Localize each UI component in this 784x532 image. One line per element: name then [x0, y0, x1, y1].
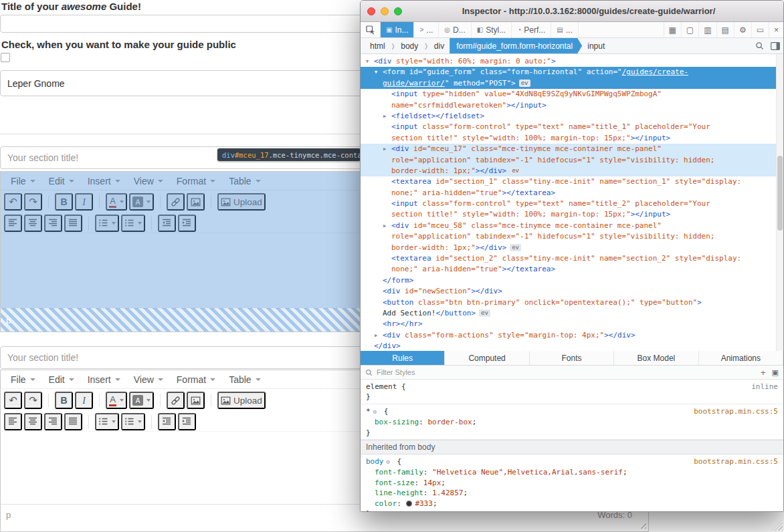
- markup-line[interactable]: ▶<div id="mceu_58" class="mce-tinymce mc…: [361, 221, 783, 231]
- rule-selector[interactable]: element: [366, 382, 397, 391]
- markup-line[interactable]: </div>: [361, 341, 783, 351]
- public-checkbox[interactable]: [1, 53, 10, 62]
- twisty-collapsed-icon[interactable]: ▶: [375, 330, 377, 341]
- minimize-window-button[interactable]: [381, 7, 389, 15]
- breadcrumb-item[interactable]: input: [582, 38, 610, 53]
- align-right-button[interactable]: [44, 413, 62, 430]
- menu-edit[interactable]: Edit: [42, 173, 81, 189]
- markup-line[interactable]: ▼<form id="guide_form" class="form-horiz…: [361, 67, 783, 78]
- forecolor-button[interactable]: A: [106, 193, 127, 211]
- breadcrumb-item[interactable]: body: [395, 38, 423, 53]
- tab-more-tools[interactable]: ▤...: [551, 22, 578, 37]
- settings-icon[interactable]: ⚙: [734, 22, 751, 37]
- image-button[interactable]: [187, 193, 205, 211]
- bullist-button[interactable]: [95, 413, 119, 430]
- markup-line[interactable]: <input type="hidden" value="4XdN8qE9SZq9…: [361, 89, 783, 100]
- tab-debugger[interactable]: ◎D...: [439, 22, 471, 37]
- menu-file[interactable]: File: [4, 173, 42, 189]
- numlist-button[interactable]: [121, 215, 145, 232]
- css-declaration[interactable]: box-sizing: border-box;: [366, 417, 778, 427]
- indent-button[interactable]: [178, 413, 196, 430]
- markup-line[interactable]: guide/warrior/" method="POST">ev: [361, 78, 783, 89]
- event-listener-badge[interactable]: ev: [479, 309, 490, 317]
- css-declaration[interactable]: font-family: "Helvetica Neue",Helvetica,…: [366, 467, 778, 477]
- tab-style-editor[interactable]: ◧Styl...: [472, 22, 512, 37]
- dock-icon[interactable]: ▭: [751, 22, 769, 37]
- tab-performance[interactable]: ◔Perf...: [512, 22, 551, 37]
- markup-line[interactable]: ▶<fieldset></fieldset>: [361, 111, 783, 122]
- align-justify-button[interactable]: [64, 413, 82, 430]
- rule-source-link[interactable]: bootstrap.min.css:5: [694, 406, 778, 416]
- bullist-button[interactable]: [95, 215, 119, 232]
- pick-element-button[interactable]: [361, 22, 381, 37]
- markup-line[interactable]: none;" aria-hidden="true"></textarea>: [361, 188, 783, 198]
- scrollbar[interactable]: [776, 54, 783, 351]
- sidebar-tab-fonts[interactable]: Fonts: [530, 351, 614, 365]
- element-path[interactable]: p: [6, 510, 11, 520]
- bold-button[interactable]: B: [55, 392, 73, 409]
- undo-button[interactable]: ↶: [4, 392, 22, 409]
- markup-line[interactable]: border-width: 1px;"></div>ev: [361, 166, 783, 176]
- numlist-button[interactable]: [121, 413, 145, 430]
- rule-source-link[interactable]: inline: [751, 382, 778, 392]
- markup-line[interactable]: <div id="newSection"></div>: [361, 286, 783, 297]
- sidebar-tab-box-model[interactable]: Box Model: [614, 351, 698, 365]
- menu-format[interactable]: Format: [170, 173, 222, 189]
- filter-styles-input[interactable]: Filter Styles: [377, 368, 415, 376]
- add-rule-icon[interactable]: +: [761, 368, 766, 378]
- align-left-button[interactable]: [4, 215, 22, 232]
- clipboard-icon[interactable]: ▤: [716, 22, 734, 37]
- backcolor-button[interactable]: A: [129, 392, 154, 409]
- close-icon[interactable]: ×: [769, 22, 783, 37]
- align-left-button[interactable]: [4, 413, 22, 430]
- markup-line[interactable]: ▶<div id="mceu_17" class="mce-tinymce mc…: [361, 144, 783, 154]
- filter-rule-icon[interactable]: ⚙: [387, 458, 390, 465]
- twisty-collapsed-icon[interactable]: ▶: [383, 144, 386, 154]
- redo-button[interactable]: ↷: [24, 193, 42, 211]
- italic-button[interactable]: I: [75, 392, 93, 409]
- italic-button[interactable]: I: [75, 193, 93, 211]
- menu-view[interactable]: View: [127, 372, 170, 388]
- menu-view[interactable]: View: [127, 173, 170, 189]
- markup-line[interactable]: role="application" tabindex="-1" hidefoc…: [361, 155, 783, 166]
- markup-line[interactable]: <hr></hr>: [361, 319, 783, 329]
- search-icon[interactable]: [755, 41, 764, 50]
- frames-icon[interactable]: ▦: [664, 22, 681, 37]
- markup-line[interactable]: section title!" style="width: 100%; marg…: [361, 133, 783, 144]
- outdent-button[interactable]: [158, 215, 176, 232]
- rule-source-link[interactable]: bootstrap.min.css:5: [694, 456, 778, 467]
- menu-insert[interactable]: Insert: [81, 372, 127, 388]
- close-window-button[interactable]: [367, 7, 375, 15]
- upload-button[interactable]: Upload: [217, 392, 266, 409]
- align-justify-button[interactable]: [64, 215, 82, 232]
- expand-sidebar-icon[interactable]: [771, 42, 780, 50]
- menu-edit[interactable]: Edit: [42, 372, 81, 388]
- align-right-button[interactable]: [44, 215, 62, 232]
- forecolor-button[interactable]: A: [106, 392, 127, 409]
- outdent-button[interactable]: [158, 413, 176, 430]
- markup-line[interactable]: name="csrfmiddlewaretoken"></input>: [361, 100, 783, 111]
- markup-line[interactable]: <input class="form-control" type="text" …: [361, 198, 783, 209]
- breadcrumb-item[interactable]: form#guide_form.form-horizontal: [450, 38, 582, 53]
- breadcrumb-item[interactable]: html: [365, 38, 391, 53]
- tab-inspector[interactable]: ▣In...: [381, 22, 414, 37]
- image-button[interactable]: [187, 392, 205, 409]
- scrollbar-thumb[interactable]: [777, 156, 783, 231]
- event-listener-badge[interactable]: ev: [510, 244, 521, 251]
- indent-button[interactable]: [178, 215, 196, 232]
- element-path[interactable]: p: [6, 315, 11, 325]
- rule-selector[interactable]: body: [366, 457, 384, 466]
- markup-line[interactable]: role="application" tabindex="-1" hidefoc…: [361, 231, 783, 242]
- redo-button[interactable]: ↷: [24, 392, 42, 409]
- backcolor-button[interactable]: A: [129, 193, 154, 211]
- bold-button[interactable]: B: [55, 193, 73, 211]
- twisty-collapsed-icon[interactable]: ▶: [383, 221, 386, 231]
- rule-selector[interactable]: *: [366, 407, 371, 416]
- markup-line[interactable]: ▼<div style="width: 60%; margin: 0 auto;…: [361, 56, 783, 67]
- menu-file[interactable]: File: [4, 372, 42, 388]
- sidebar-tab-rules[interactable]: Rules: [361, 351, 445, 365]
- css-declaration[interactable]: color: #333;: [366, 499, 778, 509]
- link-button[interactable]: [167, 392, 185, 409]
- color-swatch[interactable]: [406, 501, 412, 507]
- pseudo-class-panel-icon[interactable]: ▣: [772, 368, 779, 377]
